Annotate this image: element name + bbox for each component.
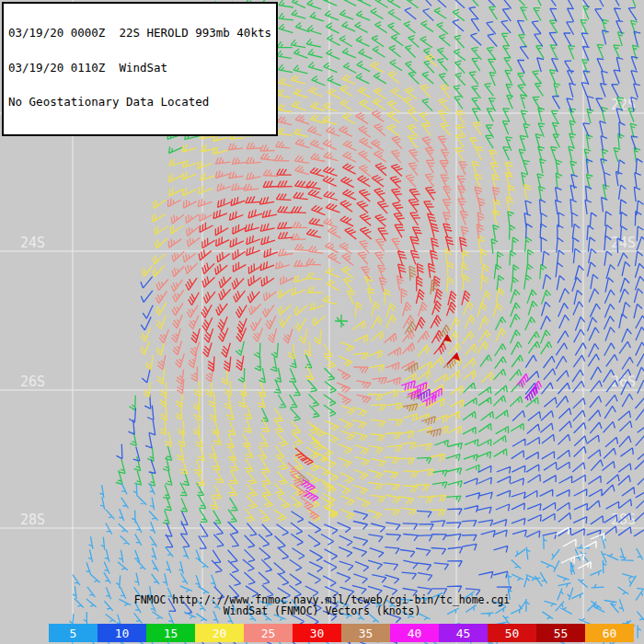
lat-label-right-24S: 24S bbox=[611, 235, 636, 251]
legend-bin-30kt: 30 bbox=[293, 624, 341, 642]
storm-info-box: 03/19/20 0000Z 22S HEROLD 993mb 40kts 03… bbox=[2, 2, 278, 136]
lat-label-left-28S: 28S bbox=[20, 512, 45, 528]
wind-speed-colorbar: 51015202530354045505560 bbox=[49, 624, 634, 642]
legend-bin-5kt: 5 bbox=[49, 624, 98, 642]
plot-title-text: WindSat (FNMOC) Vectors (knots) bbox=[0, 606, 644, 617]
footer-caption: FNMOC http:/://www.fnmoc.navy.mil/tcweb/… bbox=[0, 595, 644, 616]
lat-label-left-24S: 24S bbox=[20, 235, 45, 251]
lat-label-right-28S: 28S bbox=[611, 512, 636, 528]
storm-info-line1: 03/19/20 0000Z 22S HEROLD 993mb 40kts bbox=[8, 28, 271, 40]
legend-bin-60kt: 60 bbox=[585, 624, 634, 642]
windsat-plot: 22S22S24S24S26S26S28S28S 03/19/20 0000Z … bbox=[0, 0, 644, 644]
legend-bin-55kt: 55 bbox=[536, 624, 585, 642]
legend-bin-20kt: 20 bbox=[195, 624, 244, 642]
storm-info-line3: No Geostationary Data Located bbox=[8, 97, 271, 109]
lat-label-left-26S: 26S bbox=[20, 374, 45, 390]
legend-bin-25kt: 25 bbox=[244, 624, 293, 642]
legend-bin-45kt: 45 bbox=[439, 624, 488, 642]
legend-bin-10kt: 10 bbox=[98, 624, 146, 642]
legend-bin-50kt: 50 bbox=[488, 624, 536, 642]
storm-info-line2: 03/19/20 0110Z WindSat bbox=[8, 63, 271, 75]
legend-bin-35kt: 35 bbox=[341, 624, 390, 642]
legend-bin-15kt: 15 bbox=[146, 624, 195, 642]
legend-bin-40kt: 40 bbox=[390, 624, 439, 642]
